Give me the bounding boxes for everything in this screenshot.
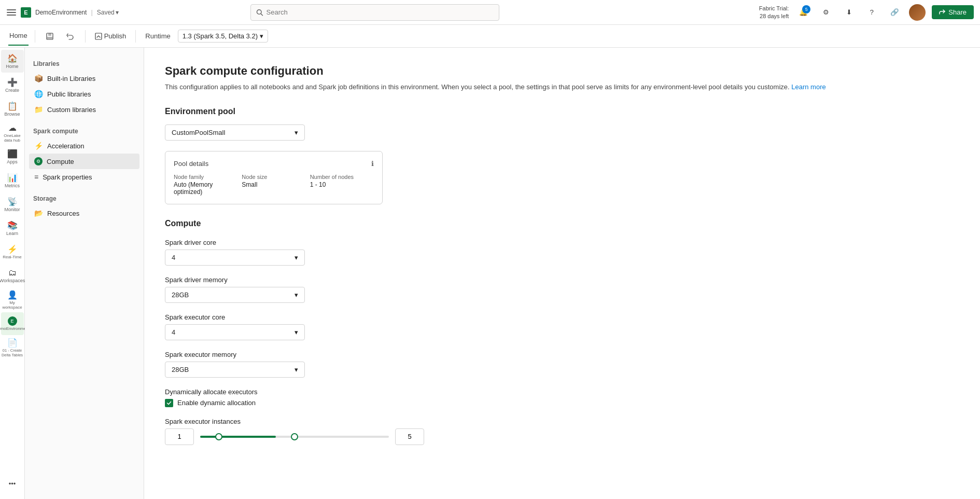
- nav-demo-env[interactable]: E DemoEnvironment: [1, 312, 24, 335]
- sidebar-item-spark-properties[interactable]: ≡ Spark properties: [29, 169, 139, 185]
- env-pool-section-title: Environment pool: [165, 107, 959, 116]
- sidebar-item-public[interactable]: 🌐 Public libraries: [29, 86, 139, 102]
- search-input[interactable]: [267, 8, 494, 16]
- share-icon: [939, 9, 945, 16]
- topbar: E DemoEnvironment | Saved ▾ Fabric Trial…: [0, 0, 980, 25]
- executor-instances-label: Spark executor instances: [165, 418, 959, 425]
- settings-button[interactable]: ⚙: [818, 4, 834, 21]
- dynamic-alloc-group: Dynamically allocate executors Enable dy…: [165, 388, 959, 407]
- nav-monitor[interactable]: 📡 Monitor: [1, 193, 24, 216]
- nav-create[interactable]: ➕ Create: [1, 74, 24, 96]
- slider-row: [165, 428, 424, 445]
- executor-instances-group: Spark executor instances: [165, 418, 959, 445]
- env-pool-dropdown-wrapper: CustomPoolSmall ▾: [165, 124, 305, 141]
- custom-icon: 📁: [34, 105, 43, 114]
- driver-core-label: Spark driver core: [165, 239, 959, 246]
- demo-env-icon: E: [8, 316, 17, 326]
- pool-header: Pool details ℹ: [174, 160, 374, 168]
- driver-memory-select[interactable]: 28GB ▾: [165, 287, 305, 303]
- executor-core-group: Spark executor core 4 ▾: [165, 313, 959, 340]
- spark-properties-icon: ≡: [34, 173, 38, 181]
- nav-home[interactable]: 🏠 Home: [1, 50, 24, 73]
- tab-home[interactable]: Home: [8, 26, 29, 46]
- undo-button[interactable]: [62, 28, 79, 45]
- search-bar[interactable]: [250, 4, 499, 21]
- saved-status: Saved ▾: [97, 9, 119, 16]
- page-title: Spark compute configuration: [165, 64, 959, 78]
- sidebar-item-builtin[interactable]: 📦 Built-in Libraries: [29, 71, 139, 86]
- app-icon: E: [21, 7, 31, 18]
- node-size-item: Node size Small: [242, 174, 305, 196]
- instances-max-input[interactable]: [395, 428, 424, 445]
- instances-min-input[interactable]: [165, 428, 194, 445]
- download-button[interactable]: ⬇: [841, 4, 857, 21]
- nav-realtime[interactable]: ⚡ Real-Time: [1, 241, 24, 264]
- nav-onelake[interactable]: ☁ OneLake data hub: [1, 121, 24, 144]
- executor-memory-select[interactable]: 28GB ▾: [165, 362, 305, 378]
- pool-details-grid: Node family Auto (Memory optimized) Node…: [174, 174, 374, 196]
- sidebar-item-resources[interactable]: 📂 Resources: [29, 205, 139, 221]
- nav-learn[interactable]: 📚 Learn: [1, 217, 24, 240]
- public-icon: 🌐: [34, 90, 43, 98]
- main-content: Spark compute configuration This configu…: [144, 48, 980, 499]
- runtime-label: Runtime: [142, 30, 173, 42]
- runtime-select[interactable]: 1.3 (Spark 3.5, Delta 3.2) ▾: [178, 30, 268, 43]
- resources-icon: 📂: [34, 209, 43, 217]
- compute-section-title: Compute: [165, 219, 959, 228]
- hamburger-icon[interactable]: [6, 7, 17, 18]
- left-nav: 🏠 Home ➕ Create 📋 Browse ☁ OneLake data …: [0, 48, 25, 499]
- builtin-icon: 📦: [34, 74, 43, 82]
- dropdown-chevron-driver-memory: ▾: [295, 291, 298, 299]
- nav-workspaces[interactable]: 🗂 Workspaces: [1, 265, 24, 287]
- nav-my-workspace[interactable]: 👤 My workspace: [1, 288, 24, 311]
- nav-apps[interactable]: ⬛ Apps: [1, 145, 24, 168]
- share-button[interactable]: Share: [932, 5, 974, 19]
- libraries-section-title: Libraries: [29, 56, 139, 71]
- svg-rect-6: [48, 33, 51, 36]
- sidebar-item-custom[interactable]: 📁 Custom libraries: [29, 102, 139, 117]
- app-name: DemoEnvironment: [35, 9, 87, 16]
- driver-memory-group: Spark driver memory 28GB ▾: [165, 276, 959, 303]
- share-icon-btn[interactable]: 🔗: [886, 4, 903, 21]
- driver-memory-label: Spark driver memory: [165, 276, 959, 284]
- pool-info-icon[interactable]: ℹ: [371, 160, 374, 168]
- node-family-item: Node family Auto (Memory optimized): [174, 174, 237, 196]
- trial-badge: Fabric Trial: 28 days left: [759, 5, 789, 20]
- svg-rect-1: [7, 12, 16, 13]
- dropdown-chevron: ▾: [295, 129, 298, 136]
- help-button[interactable]: ?: [863, 4, 880, 21]
- executor-core-select[interactable]: 4 ▾: [165, 324, 305, 340]
- nav-metrics[interactable]: 📊 Metrics: [1, 169, 24, 192]
- nav-create-delta[interactable]: 📄 01 - Create Delta Tables: [1, 336, 24, 359]
- executor-core-label: Spark executor core: [165, 313, 959, 321]
- pool-card: Pool details ℹ Node family Auto (Memory …: [165, 151, 383, 204]
- sidebar-item-compute[interactable]: ⚙ Compute: [29, 154, 139, 169]
- svg-rect-0: [7, 9, 16, 10]
- toolbar-divider-2: [85, 30, 86, 43]
- slider-thumb-min[interactable]: [215, 433, 222, 440]
- save-button[interactable]: [41, 28, 58, 45]
- storage-section-title: Storage: [29, 191, 139, 205]
- num-nodes-item: Number of nodes 1 - 10: [310, 174, 374, 196]
- slider-fill: [200, 436, 276, 438]
- save-icon: [46, 32, 54, 40]
- nav-more[interactable]: •••: [1, 472, 24, 495]
- driver-core-select[interactable]: 4 ▾: [165, 249, 305, 266]
- separator: |: [91, 8, 92, 16]
- sidebar-item-acceleration[interactable]: ⚡ Acceleration: [29, 138, 139, 154]
- toolbar-divider: [35, 30, 35, 43]
- subtoolbar: Home Publish Runtime 1.3 (Spark 3.5, Del…: [0, 25, 980, 48]
- slider-thumb-max[interactable]: [291, 433, 298, 440]
- enable-dynamic-checkbox[interactable]: [165, 399, 173, 407]
- learn-more-link[interactable]: Learn more: [791, 83, 825, 91]
- pool-dropdown[interactable]: CustomPoolSmall ▾: [165, 124, 305, 141]
- pool-details-title: Pool details: [174, 160, 208, 168]
- publish-button[interactable]: Publish: [92, 30, 130, 42]
- avatar[interactable]: [909, 4, 926, 21]
- nav-browse[interactable]: 📋 Browse: [1, 98, 24, 120]
- svg-line-4: [261, 13, 262, 15]
- dropdown-chevron-executor-core: ▾: [295, 328, 298, 336]
- svg-rect-7: [47, 37, 52, 39]
- topbar-right: Fabric Trial: 28 days left 🔔 5 ⚙ ⬇ ? 🔗 S…: [759, 4, 974, 21]
- notification-button[interactable]: 🔔 5: [795, 4, 811, 21]
